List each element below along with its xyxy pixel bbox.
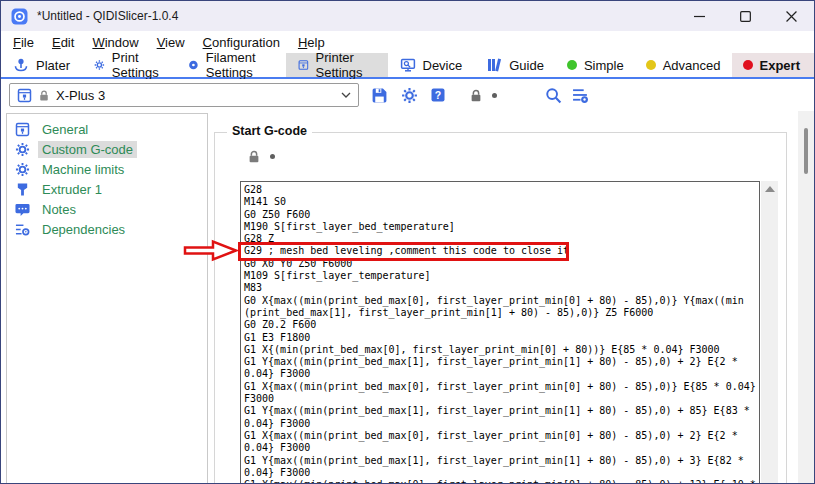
maximize-icon: [740, 11, 751, 22]
minimize-icon: [694, 11, 705, 22]
device-icon: [400, 57, 416, 73]
gcode-editor-scrollbar[interactable]: [761, 181, 778, 484]
sidebar-item-general[interactable]: General: [7, 119, 207, 139]
chevron-down-icon: [341, 92, 351, 98]
plater-icon: [13, 57, 29, 73]
compare-settings-button[interactable]: [572, 87, 589, 104]
close-button[interactable]: [768, 1, 814, 31]
tab-print-settings[interactable]: Print Settings: [82, 53, 176, 77]
tab-printer-settings[interactable]: Printer Settings: [286, 53, 388, 77]
sidebar-item-label: Extruder 1: [38, 181, 106, 198]
printer-preset-combo[interactable]: X-Plus 3: [9, 83, 359, 107]
mode-switcher: Simple Advanced Expert: [556, 53, 814, 77]
tab-label: Device: [423, 58, 463, 73]
start-gcode-group-title: Start G-code: [227, 124, 312, 138]
page-scrollbar[interactable]: [798, 111, 814, 484]
scroll-up-icon[interactable]: [765, 186, 775, 192]
sidebar-item-label: Notes: [38, 201, 80, 218]
lock-indicator[interactable]: [469, 88, 483, 103]
lock-icon: [469, 88, 483, 103]
annotation-box: [238, 242, 569, 261]
sidebar-item-dependencies[interactable]: Dependencies: [7, 219, 207, 239]
filament-icon: [188, 57, 199, 73]
help-button[interactable]: [430, 87, 446, 103]
tab-label: Guide: [509, 58, 544, 73]
menu-item-file[interactable]: File: [4, 35, 43, 50]
save-icon: [371, 87, 388, 104]
printer-icon: [298, 57, 309, 73]
printer-icon: [15, 122, 30, 137]
preset-settings-button[interactable]: [401, 87, 418, 104]
printer-icon: [17, 88, 32, 103]
preset-name: X-Plus 3: [56, 88, 335, 103]
sidebar-item-label: Custom G-code: [38, 141, 137, 158]
gear-icon: [401, 87, 418, 104]
mode-label: Advanced: [663, 58, 721, 73]
start-gcode-text: G28 M141 S0 G0 Z50 F600 M190 S[first_lay…: [241, 182, 759, 484]
simple-mode-dot-icon: [567, 60, 577, 70]
mode-advanced[interactable]: Advanced: [635, 53, 732, 77]
search-button[interactable]: [545, 87, 562, 104]
dot-indicator-icon: [270, 154, 275, 159]
menu-item-configuration[interactable]: Configuration: [194, 35, 289, 50]
tab-guide[interactable]: Guide: [474, 53, 556, 77]
dot-indicator-icon: [492, 93, 497, 98]
lock-icon: [38, 89, 50, 102]
page-scrollbar-thumb[interactable]: [804, 128, 808, 174]
sidebar-item-extruder-1[interactable]: Extruder 1: [7, 179, 207, 199]
tab-label: Printer Settings: [316, 50, 376, 80]
expert-mode-dot-icon: [743, 60, 753, 70]
mode-simple[interactable]: Simple: [556, 53, 635, 77]
sidebar-item-custom-gcode[interactable]: Custom G-code: [7, 139, 207, 159]
annotation-arrow-icon: [182, 238, 240, 263]
sidebar-item-label: Machine limits: [38, 161, 128, 178]
sidebar-item-machine-limits[interactable]: Machine limits: [7, 159, 207, 179]
gear-icon: [94, 57, 105, 73]
gear-icon: [15, 142, 30, 157]
lock-icon[interactable]: [247, 149, 261, 164]
search-icon: [545, 87, 562, 104]
extruder-icon: [15, 182, 30, 197]
maximize-button[interactable]: [722, 1, 768, 31]
app-window: *Untitled - QIDISlicer-1.0.4 File Edit W…: [0, 0, 815, 484]
window-title: *Untitled - QIDISlicer-1.0.4: [37, 9, 178, 23]
notes-icon: [15, 202, 30, 217]
tab-filament-settings[interactable]: Filament Settings: [176, 53, 286, 77]
save-preset-button[interactable]: [371, 87, 388, 104]
mode-label: Expert: [760, 58, 800, 73]
menu-item-window[interactable]: Window: [83, 35, 147, 50]
preset-toolbar: X-Plus 3: [1, 79, 814, 111]
titlebar: *Untitled - QIDISlicer-1.0.4: [1, 1, 814, 31]
app-icon: [11, 8, 28, 25]
mode-label: Simple: [584, 58, 624, 73]
gear-icon: [15, 162, 30, 177]
sidebar-item-label: General: [38, 121, 92, 138]
menu-item-view[interactable]: View: [148, 35, 194, 50]
filter-gear-icon: [572, 87, 589, 104]
tab-device[interactable]: Device: [388, 53, 475, 77]
tab-label: Plater: [36, 58, 70, 73]
window-controls: [676, 1, 814, 31]
minimize-button[interactable]: [676, 1, 722, 31]
close-icon: [786, 11, 797, 22]
guide-icon: [486, 57, 502, 73]
sidebar-item-notes[interactable]: Notes: [7, 199, 207, 219]
tab-plater[interactable]: Plater: [1, 53, 82, 77]
help-icon: [430, 87, 446, 103]
menu-item-edit[interactable]: Edit: [43, 35, 83, 50]
start-gcode-lock-row: [247, 149, 275, 164]
settings-sidebar: General Custom G-code Machine limits Ext…: [6, 113, 208, 484]
sidebar-item-label: Dependencies: [38, 221, 129, 238]
dependencies-icon: [15, 222, 30, 237]
start-gcode-editor[interactable]: G28 M141 S0 G0 Z50 F600 M190 S[first_lay…: [240, 181, 760, 484]
tab-label: Print Settings: [112, 50, 164, 80]
menu-item-help[interactable]: Help: [289, 35, 334, 50]
mode-expert[interactable]: Expert: [732, 53, 814, 77]
advanced-mode-dot-icon: [646, 60, 656, 70]
tab-label: Filament Settings: [206, 50, 274, 80]
tabbar: Plater Print Settings Filament Settings …: [1, 53, 814, 79]
